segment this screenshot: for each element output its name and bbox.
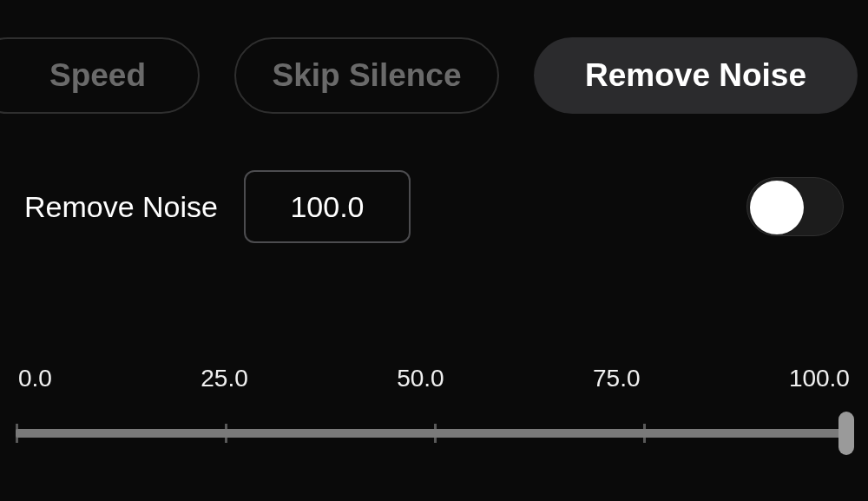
slider-tick-label: 25.0 <box>201 365 248 392</box>
slider-tick-label: 50.0 <box>397 365 444 392</box>
remove-noise-label: Remove Noise <box>24 190 218 224</box>
remove-noise-toggle[interactable] <box>746 177 844 236</box>
tab-skip-silence[interactable]: Skip Silence <box>234 37 499 114</box>
slider-tick-label: 100.0 <box>789 365 850 392</box>
slider-tick-label: 75.0 <box>593 365 641 392</box>
slider-section: 0.0 25.0 50.0 75.0 100.0 <box>0 243 868 467</box>
slider-handle[interactable] <box>838 412 854 455</box>
slider[interactable] <box>16 406 852 467</box>
slider-track <box>16 429 852 438</box>
control-row: Remove Noise 100.0 <box>0 114 868 243</box>
tab-remove-noise[interactable]: Remove Noise <box>534 37 858 114</box>
tabs-row: Speed Skip Silence Remove Noise <box>0 0 868 114</box>
remove-noise-value-input[interactable]: 100.0 <box>244 170 411 243</box>
slider-tick-label: 0.0 <box>18 365 52 392</box>
tab-speed[interactable]: Speed <box>0 37 200 114</box>
slider-tick-labels: 0.0 25.0 50.0 75.0 100.0 <box>16 365 852 392</box>
toggle-thumb <box>750 181 804 234</box>
